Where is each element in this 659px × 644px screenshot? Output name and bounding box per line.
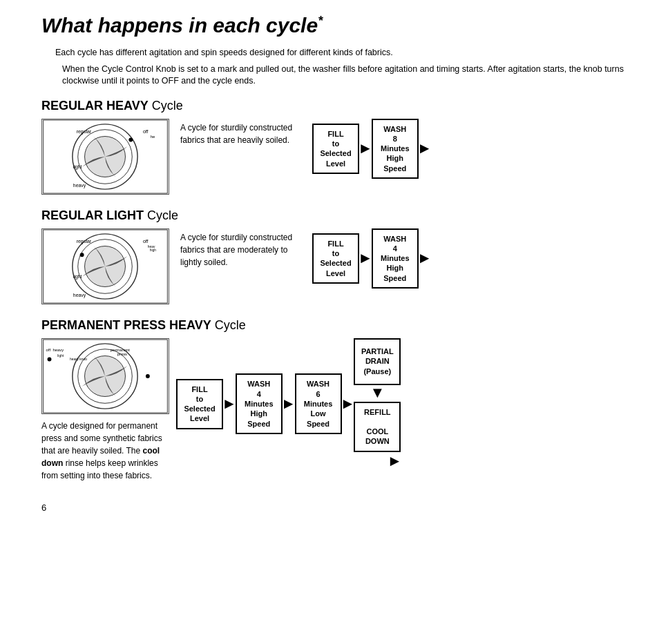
svg-text:heavy: heavy — [73, 183, 86, 188]
regular-heavy-content: regular off he light heavy A cycle for s… — [41, 119, 631, 195]
perm-press-dial: off heavy permanent light heavy knob pre… — [41, 338, 169, 414]
flow-box-wash-high: WASH4MinutesHighSpeed — [236, 373, 283, 433]
flow-arrow-2: ► — [417, 139, 432, 157]
svg-point-20 — [80, 253, 84, 257]
svg-text:light: light — [73, 273, 82, 279]
regular-light-content: regular off heav high light heavy A cycl… — [41, 228, 631, 304]
regular-heavy-section: REGULAR HEAVY Cycle regular off — [41, 99, 631, 195]
partial-drain-col: PARTIALDRAIN(Pause) ▼ REFILLCOOLDOWN ► — [354, 338, 401, 470]
regular-heavy-flow: FILLtoSelectedLevel ► WASH8MinutesHighSp… — [312, 119, 431, 179]
svg-text:heav: heav — [148, 244, 155, 248]
perm-press-desc: A cycle designed for permanent press and… — [41, 420, 162, 482]
page-title: What happens in each cycle* — [41, 14, 631, 37]
perm-press-section: PERMANENT PRESS HEAVY Cycle off heavy p — [41, 318, 631, 482]
flow-box-fill-1: FILLtoSelectedLevel — [312, 124, 359, 174]
svg-point-32 — [146, 374, 150, 378]
flow-box-wash-low: WASH6MinutesLowSpeed — [295, 373, 342, 433]
svg-text:high: high — [150, 248, 157, 252]
intro-text-1: Each cycle has different agitation and s… — [55, 47, 631, 59]
svg-text:heavy knob: heavy knob — [70, 358, 87, 361]
perm-press-title: PERMANENT PRESS HEAVY Cycle — [41, 318, 631, 333]
regular-heavy-title: REGULAR HEAVY Cycle — [41, 99, 631, 113]
flow-arrow-4: ► — [417, 249, 432, 267]
svg-text:heavy: heavy — [73, 293, 86, 298]
perm-press-left: off heavy permanent light heavy knob pre… — [41, 338, 169, 482]
flow-arrow-6: ► — [281, 395, 296, 413]
regular-light-title: REGULAR LIGHT Cycle — [41, 208, 631, 223]
svg-text:off: off — [143, 128, 149, 133]
flow-arrow-down: ▼ — [370, 385, 385, 400]
svg-text:off: off — [46, 347, 51, 351]
flow-box-wash-1: WASH8MinutesHighSpeed — [372, 119, 419, 179]
flow-box-refill: REFILLCOOLDOWN — [354, 402, 401, 452]
svg-text:regular: regular — [77, 238, 92, 244]
flow-arrow-1: ► — [358, 139, 373, 157]
flow-arrow-3: ► — [358, 249, 373, 267]
svg-text:press: press — [117, 351, 127, 355]
flow-box-partial-drain: PARTIALDRAIN(Pause) — [354, 338, 401, 385]
svg-text:light: light — [73, 164, 82, 169]
perm-flow-row-1: FILLtoSelectedLevel ► WASH4MinutesHighSp… — [176, 338, 401, 470]
regular-light-desc: A cycle for sturdily constructed fabrics… — [180, 228, 301, 269]
regular-heavy-desc: A cycle for sturdily constructed fabrics… — [180, 119, 301, 146]
regular-heavy-dial: regular off he light heavy — [41, 119, 169, 195]
regular-light-dial: regular off heav high light heavy — [41, 228, 169, 304]
flow-arrow-8: ► — [388, 452, 403, 470]
perm-press-content: off heavy permanent light heavy knob pre… — [41, 338, 631, 482]
svg-text:he: he — [151, 134, 155, 138]
svg-text:light: light — [57, 353, 64, 357]
svg-text:regular: regular — [77, 128, 92, 134]
regular-light-flow: FILLtoSelectedLevel ► WASH4MinutesHighSp… — [312, 228, 431, 289]
flow-box-fill-2: FILLtoSelectedLevel — [312, 233, 359, 284]
flow-arrow-7: ► — [341, 395, 356, 413]
intro-text-2: When the Cycle Control Knob is set to a … — [62, 64, 631, 88]
svg-text:off: off — [143, 238, 149, 243]
flow-box-wash-2: WASH4MinutesHighSpeed — [372, 228, 419, 289]
svg-point-31 — [48, 357, 52, 361]
svg-text:heavy: heavy — [52, 347, 64, 351]
svg-point-9 — [128, 137, 133, 142]
regular-light-section: REGULAR LIGHT Cycle regular off heav hig… — [41, 208, 631, 304]
perm-press-flow: FILLtoSelectedLevel ► WASH4MinutesHighSp… — [176, 338, 401, 470]
page-number: 6 — [41, 502, 631, 513]
flow-arrow-5: ► — [222, 395, 237, 413]
flow-box-fill-3: FILLtoSelectedLevel — [176, 379, 223, 429]
